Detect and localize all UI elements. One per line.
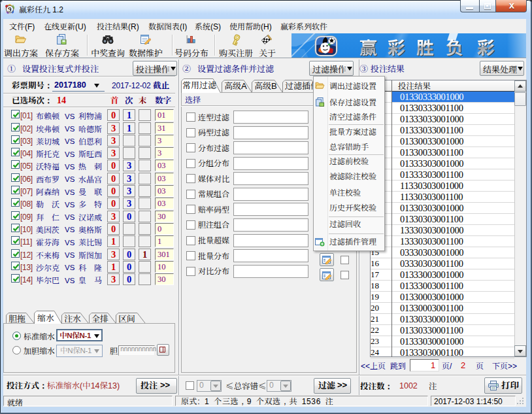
- svg-text:9: 9: [8, 5, 11, 13]
